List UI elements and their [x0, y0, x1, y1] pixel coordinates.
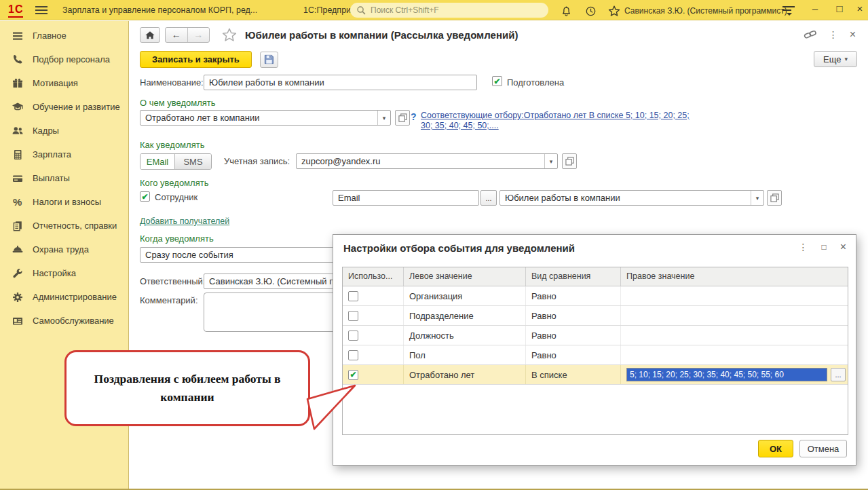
1c-logo: 1С — [8, 3, 23, 18]
phone-icon — [12, 54, 24, 66]
sidebar-item-safety[interactable]: Охрана труда — [0, 238, 128, 261]
dropdown-arrow-icon[interactable]: ▾ — [544, 154, 557, 168]
back-button[interactable]: ← — [166, 28, 188, 42]
employee-checkbox[interactable]: ✔ — [140, 191, 150, 202]
table-row[interactable]: Пол Равно — [343, 345, 848, 365]
ok-button[interactable]: ОК — [758, 440, 793, 457]
open-event-kind-button[interactable] — [395, 110, 410, 126]
sidebar-item-taxes[interactable]: % Налоги и взносы — [0, 190, 128, 214]
sidebar-item-salary[interactable]: Зарплата — [0, 143, 128, 166]
forward-button[interactable]: → — [188, 28, 210, 42]
dialog-more-icon[interactable]: ⋮ — [798, 242, 808, 252]
use-checkbox[interactable] — [348, 331, 358, 341]
documents-icon — [12, 220, 24, 232]
dialog-maximize-icon[interactable]: □ — [821, 243, 826, 251]
column-header-use[interactable]: Использо... — [343, 267, 404, 286]
sidebar-item-motivation[interactable]: Мотивация — [0, 71, 128, 95]
maximize-window-icon[interactable]: □ — [832, 3, 847, 14]
prepared-checkbox[interactable]: ✔ — [492, 76, 502, 86]
template-combo[interactable]: Юбилеи работы в компании ▾ — [499, 190, 764, 206]
dropdown-arrow-icon[interactable]: ▾ — [377, 111, 390, 125]
sidebar-item-recruiting[interactable]: Подбор персонала — [0, 48, 128, 71]
history-icon[interactable] — [584, 5, 597, 18]
calculator-icon — [12, 149, 24, 161]
sidebar-item-payments[interactable]: Выплаты — [0, 166, 128, 190]
right-value-choose-button[interactable]: ... — [831, 368, 846, 381]
table-row[interactable]: Организация Равно — [343, 286, 848, 306]
contact-kind-choose-button[interactable]: ... — [480, 190, 497, 206]
wrench-icon — [12, 267, 24, 280]
notifications-bell-icon[interactable] — [560, 5, 573, 17]
column-header-left-value[interactable]: Левое значение — [404, 267, 526, 286]
responsible-label: Ответственный: — [140, 276, 205, 286]
main-menu-icon[interactable] — [35, 6, 48, 14]
open-form-icon — [398, 113, 407, 122]
form-close-icon[interactable]: × — [850, 29, 856, 40]
search-placeholder: Поиск Ctrl+Shift+F — [371, 5, 439, 15]
home-button[interactable] — [140, 27, 160, 43]
table-row[interactable]: Должность Равно — [343, 326, 848, 345]
table-row-selected[interactable]: ✔ Отработано лет В списке 5; 10; 15; 20;… — [343, 365, 848, 385]
open-form-icon — [770, 193, 779, 202]
people-icon — [12, 125, 24, 137]
account-combo[interactable]: zupcorp@yandex.ru ▾ — [296, 153, 558, 169]
close-window-icon[interactable]: × — [852, 3, 867, 14]
sms-tab[interactable]: SMS — [174, 154, 211, 169]
sidebar-item-reports[interactable]: Отчетность, справки — [0, 214, 128, 238]
minimize-window-icon[interactable]: – — [808, 3, 823, 14]
current-user[interactable]: Савинская З.Ю. (Системный программист) — [624, 6, 787, 16]
column-header-comparison[interactable]: Вид сравнения — [526, 267, 621, 286]
email-tab[interactable]: EMail — [140, 154, 174, 169]
use-checkbox[interactable] — [348, 291, 358, 301]
comparison-value: Равно — [531, 350, 556, 360]
template-value: Юбилеи работы в компании — [500, 191, 751, 205]
sidebar-item-selfservice[interactable]: Самообслуживание — [0, 309, 128, 333]
global-search-input[interactable]: Поиск Ctrl+Shift+F — [350, 3, 548, 18]
help-icon[interactable]: ? — [411, 111, 417, 122]
channel-switch: EMail SMS — [140, 153, 212, 170]
sidebar-item-hr[interactable]: Кадры — [0, 119, 128, 143]
save-button[interactable] — [260, 52, 278, 68]
sidebar-item-settings[interactable]: Настройка — [0, 261, 128, 285]
add-favorite-star-icon[interactable] — [221, 27, 238, 43]
favorites-star-icon[interactable] — [607, 5, 621, 18]
dialog-close-icon[interactable]: × — [840, 242, 846, 252]
name-input[interactable]: Юбилеи работы в компании — [204, 75, 477, 90]
contact-kind-input[interactable]: Email — [333, 190, 479, 206]
sidebar-item-label: Подбор персонала — [33, 54, 110, 64]
home-icon — [144, 30, 156, 41]
who-section-label: Кого уведомлять — [140, 178, 208, 188]
check-icon: ✔ — [493, 77, 500, 86]
cancel-button[interactable]: Отмена — [799, 440, 847, 457]
get-link-icon[interactable] — [804, 29, 817, 40]
search-icon — [356, 5, 366, 16]
more-actions-label: Еще — [823, 54, 841, 64]
check-icon: ✔ — [141, 193, 148, 201]
dropdown-arrow-icon[interactable]: ▾ — [751, 191, 763, 205]
form-more-icon[interactable]: ⋮ — [829, 30, 838, 39]
sidebar-item-label: Настройка — [33, 268, 76, 278]
filter-settings-dialog: Настройки отбора события для уведомлений… — [333, 234, 856, 466]
sidebar-item-main[interactable]: Главное — [0, 24, 128, 48]
use-checkbox[interactable] — [348, 311, 358, 321]
open-template-button[interactable] — [767, 190, 782, 206]
sidebar-item-training[interactable]: Обучение и развитие — [0, 95, 128, 119]
event-kind-combo[interactable]: Отработано лет в компании ▾ — [140, 110, 391, 126]
use-checkbox[interactable] — [348, 350, 358, 360]
sidebar-item-label: Зарплата — [33, 149, 71, 159]
user-settings-icon[interactable] — [782, 6, 795, 16]
page-title: Юбилеи работы в компании (Рассылка уведо… — [245, 29, 518, 41]
more-actions-button[interactable]: Еще ▾ — [814, 51, 857, 67]
table-row[interactable]: Подразделение Равно — [343, 306, 848, 326]
column-header-right-value[interactable]: Правое значение — [621, 267, 848, 286]
chevron-down-icon: ▾ — [844, 56, 848, 62]
matching-filter-link[interactable]: Соответствующие отбору:Отработано лет В … — [421, 111, 690, 131]
account-label: Учетная запись: — [224, 156, 290, 166]
left-value: Должность — [409, 331, 454, 341]
save-and-close-button[interactable]: Записать и закрыть — [140, 51, 252, 68]
right-value-input[interactable]: 5; 10; 15; 20; 25; 30; 35; 40; 45; 50; 5… — [626, 368, 827, 381]
add-recipients-link[interactable]: Добавить получателей — [140, 216, 229, 227]
open-account-button[interactable] — [562, 153, 577, 169]
sidebar-item-administration[interactable]: Администрирование — [0, 285, 128, 309]
comparison-value: В списке — [531, 370, 567, 380]
